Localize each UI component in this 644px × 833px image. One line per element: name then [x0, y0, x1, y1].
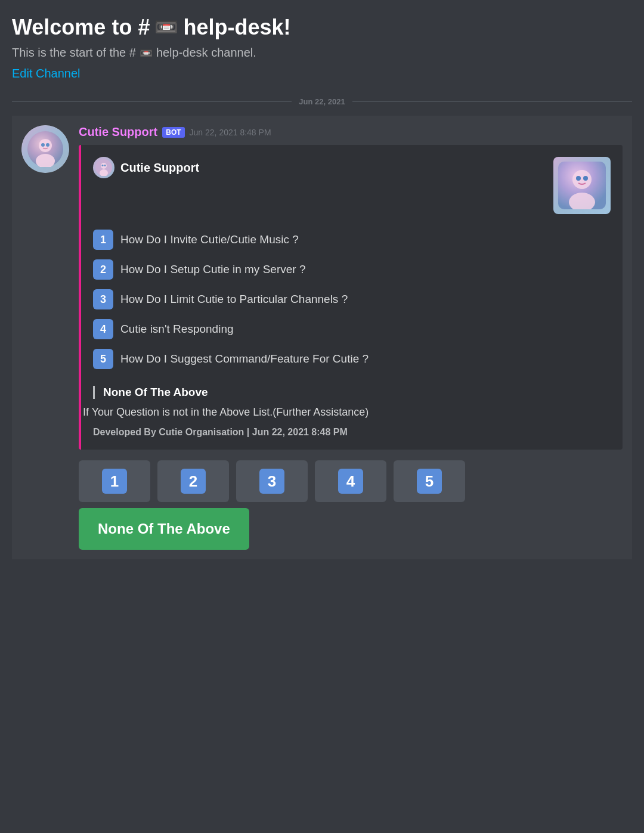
welcome-title: Welcome to # 📼 help-desk! — [12, 14, 632, 40]
svg-point-14 — [583, 176, 588, 181]
svg-point-3 — [41, 143, 45, 147]
number-button-1[interactable]: 1 — [79, 460, 150, 502]
message-timestamp: Jun 22, 2021 8:48 PM — [190, 128, 271, 137]
divider-line-right — [352, 101, 632, 102]
none-above-btn-container: None Of The Above — [79, 508, 623, 550]
embed-footer: Developed By Cutie Organisation | Jun 22… — [93, 427, 611, 438]
number-btn-inner: 3 — [259, 469, 284, 494]
svg-point-4 — [46, 143, 49, 147]
message-author: Cutie Support — [79, 125, 157, 139]
channel-name: help-desk! — [183, 14, 290, 40]
svg-point-6 — [101, 163, 107, 169]
number-btn-inner: 2 — [181, 469, 206, 494]
edit-channel-link[interactable]: Edit Channel — [12, 67, 80, 80]
number-button-5[interactable]: 5 — [394, 460, 465, 502]
avatar-image — [21, 125, 69, 173]
menu-item-text: How Do I Invite Cutie/Cutie Music ? — [120, 233, 299, 246]
none-above-button[interactable]: None Of The Above — [79, 508, 249, 550]
divider-line-left — [12, 101, 292, 102]
subtitle-prefix: This is the start of the # — [12, 46, 136, 60]
menu-items-list: 1 How Do I Invite Cutie/Cutie Music ? 2 … — [93, 225, 611, 374]
date-divider: Jun 22, 2021 — [12, 97, 632, 106]
welcome-header: Welcome to # 📼 help-desk! This is the st… — [12, 14, 632, 80]
embed-top: Cutie Support — [93, 157, 611, 214]
svg-point-9 — [104, 165, 106, 166]
svg-point-13 — [576, 176, 581, 181]
none-above-desc: If Your Question is not in the Above Lis… — [83, 406, 611, 419]
menu-item-text: How Do I Limit Cutie to Particular Chann… — [120, 293, 348, 306]
svg-point-11 — [572, 170, 592, 189]
embed-author-icon — [93, 157, 114, 178]
number-btn-inner: 1 — [102, 469, 127, 494]
menu-item: 2 How Do I Setup Cutie in my Server ? — [93, 255, 611, 284]
menu-number: 2 — [93, 259, 113, 280]
avatar — [21, 125, 69, 173]
menu-item-text: How Do I Setup Cutie in my Server ? — [120, 263, 305, 276]
menu-item: 4 Cutie isn't Responding — [93, 314, 611, 344]
menu-item: 3 How Do I Limit Cutie to Particular Cha… — [93, 284, 611, 314]
embed-author: Cutie Support — [93, 157, 199, 178]
menu-item-text: How Do I Suggest Command/Feature For Cut… — [120, 352, 369, 366]
bot-badge: BOT — [162, 127, 184, 138]
number-btn-inner: 5 — [417, 469, 442, 494]
action-buttons-row: 12345 — [79, 460, 623, 502]
message-content: Cutie Support BOT Jun 22, 2021 8:48 PM — [79, 125, 623, 550]
menu-item-text: Cutie isn't Responding — [120, 323, 234, 336]
none-above-section: None Of The Above — [93, 386, 611, 399]
welcome-prefix: Welcome to # — [12, 14, 150, 40]
welcome-subtitle: This is the start of the # 📼 help-desk c… — [12, 46, 632, 60]
menu-item: 1 How Do I Invite Cutie/Cutie Music ? — [93, 225, 611, 255]
menu-number: 4 — [93, 319, 113, 339]
svg-point-1 — [39, 139, 52, 152]
embed-thumbnail — [553, 157, 611, 214]
menu-number: 1 — [93, 230, 113, 250]
message-container: Cutie Support BOT Jun 22, 2021 8:48 PM — [12, 116, 632, 559]
subtitle-emoji: 📼 — [140, 47, 153, 60]
number-button-4[interactable]: 4 — [315, 460, 386, 502]
none-above-title: None Of The Above — [103, 386, 611, 399]
number-btn-inner: 4 — [338, 469, 363, 494]
svg-point-8 — [102, 165, 104, 166]
embed-author-name: Cutie Support — [120, 161, 199, 175]
message-header: Cutie Support BOT Jun 22, 2021 8:48 PM — [79, 125, 623, 139]
date-divider-text: Jun 22, 2021 — [299, 97, 345, 106]
menu-number: 5 — [93, 349, 113, 369]
menu-item: 5 How Do I Suggest Command/Feature For C… — [93, 344, 611, 374]
number-button-3[interactable]: 3 — [236, 460, 308, 502]
menu-number: 3 — [93, 289, 113, 309]
channel-emoji: 📼 — [154, 16, 178, 38]
number-button-2[interactable]: 2 — [157, 460, 229, 502]
embed-card: Cutie Support — [79, 145, 623, 450]
subtitle-channel: help-desk channel. — [156, 46, 256, 60]
